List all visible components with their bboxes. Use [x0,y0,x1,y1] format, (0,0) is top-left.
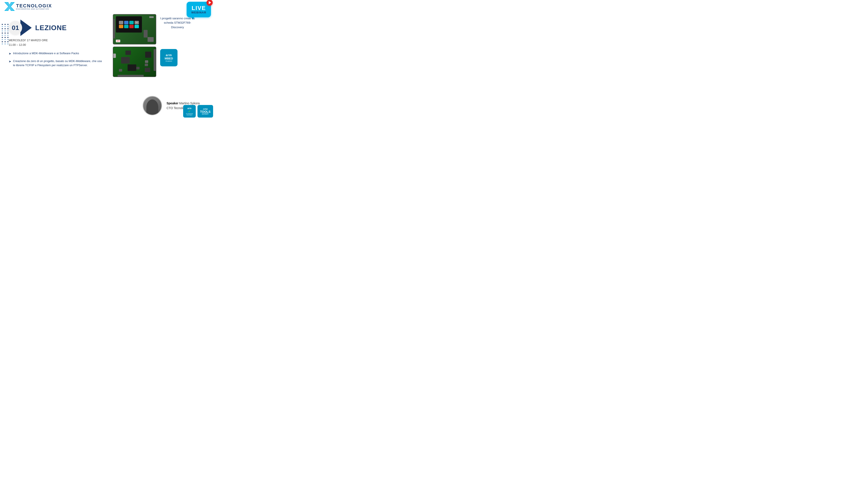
dot [7,43,8,44]
live-label: LIVE [192,5,206,11]
webinar-label: WEBINAR [191,11,206,14]
speaker-avatar [143,96,162,116]
svg-marker-1 [5,3,14,10]
arm-acc-label: ACCREDITEDENGINEER [186,113,193,116]
arm-tools-text: TOOLS [200,110,211,113]
cert-badges: arm ✓ ACCREDITEDENGINEER ARM TOOLS EXPER… [183,105,213,118]
dot [7,33,8,34]
arm-acc-check-icon: ✓ [188,109,191,113]
dot [2,26,3,27]
list-item: ➤ Introduzione a MDK-Middleware e ai Sof… [9,51,104,56]
dot [2,30,3,31]
date-line1: MERCOLEDI' 17 MARZO ORE [9,39,48,42]
lesson-number: 01 [9,21,22,34]
board-screen: Vε [116,16,142,33]
play-icon [207,0,213,6]
lesson-date: MERCOLEDI' 17 MARZO ORE 11.00 – 12.00 [9,38,113,47]
logo-icon [4,2,15,11]
lesson-title: LEZIONE [35,24,67,32]
board-connector [113,19,115,38]
right-section: Vε STI [113,14,213,77]
boards-column: Vε STI [113,14,156,77]
dot [5,33,6,34]
header: TECNOLOGIX ENGINEERING AND AUTOMATION [4,2,52,11]
bullet-text-2: Creazione da zero di un progetto, basato… [13,59,104,67]
arm-mbed-arm-text: arm [166,53,172,57]
dot [5,41,6,42]
dots-decoration [2,24,9,44]
arm-mbed-badge: arm MBED Enabled [160,49,178,66]
arm-tools-badge: ARM TOOLS EXPERT [197,105,213,118]
arm-tools-expert-text: EXPERT [202,113,209,115]
lesson-header: 01 LEZIONE [9,20,113,36]
dot [2,37,3,38]
left-section: 01 LEZIONE MERCOLEDI' 17 MARZO ORE 11.00… [0,18,113,70]
dot [5,26,6,27]
bullet-arrow-icon: ➤ [9,59,11,64]
arm-accredited-badge: arm ✓ ACCREDITEDENGINEER [183,105,196,118]
stm32-display-board: Vε STI [113,14,156,44]
arm-mbed-enabled-text: Enabled [165,60,172,62]
dot [7,28,8,29]
bullet-list: ➤ Introduzione a MDK-Middleware e ai Sof… [9,51,113,67]
dot [5,43,6,44]
dot [2,24,3,25]
dot [5,39,6,40]
arm-acc-arm-text: arm [187,107,191,109]
dot [2,35,3,36]
dot [2,33,3,34]
dot [5,28,6,29]
arm-tools-arm-text: ARM [203,108,208,110]
speaker-label: Speaker [166,101,178,105]
stm32-pcb-board [113,46,156,77]
right-info-column: I progetti saranno creati su scheda STM3… [160,14,195,66]
dot [5,37,6,38]
dot [7,24,8,25]
board-components [115,48,155,75]
avatar-body [147,100,158,115]
dot [2,43,3,44]
dot [5,24,6,25]
dot [5,30,6,31]
sti-logo: STI [116,40,120,42]
dot [2,39,3,40]
dot [7,26,8,27]
date-line2: 11.00 – 12.00 [9,43,26,46]
brand-name: TECNOLOGIX [16,3,52,8]
dot [7,37,8,38]
bullet-arrow-icon: ➤ [9,52,11,56]
dot [5,35,6,36]
speaker-name: Martino Sykora [179,101,199,105]
board-info-text: I progetti saranno creati su scheda STM3… [160,16,195,30]
dot [7,35,8,36]
list-item: ➤ Creazione da zero di un progetto, basa… [9,59,104,67]
logo-text: TECNOLOGIX ENGINEERING AND AUTOMATION [16,3,52,10]
bullet-text-1: Introduzione a MDK-Middleware e ai Softw… [13,51,79,56]
dot [2,28,3,29]
dot [7,39,8,40]
dot [7,30,8,31]
dot [2,41,3,42]
logo: TECNOLOGIX ENGINEERING AND AUTOMATION [4,2,52,11]
dot [7,41,8,42]
arm-mbed-mbed-text: MBED [165,57,173,60]
brand-subtitle: ENGINEERING AND AUTOMATION [16,8,52,10]
